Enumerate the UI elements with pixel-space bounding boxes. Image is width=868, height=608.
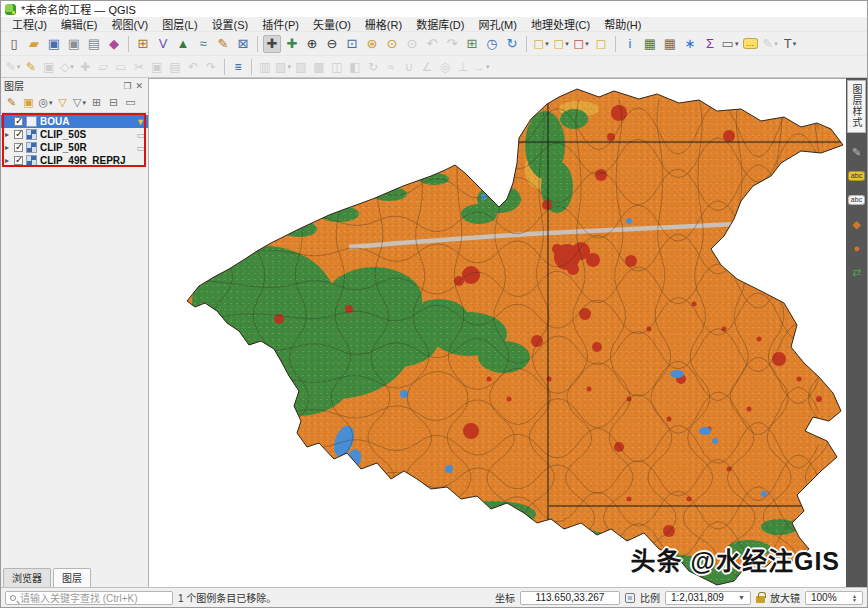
- extents-toggle-icon[interactable]: [625, 593, 635, 603]
- select-by-form-icon[interactable]: ◻▾: [552, 35, 570, 53]
- select-features-icon[interactable]: ◻▾: [532, 35, 550, 53]
- map-tips-icon[interactable]: …: [741, 35, 759, 53]
- save-project-icon[interactable]: ▣: [45, 35, 63, 53]
- expand-all-icon[interactable]: ⊞: [89, 95, 104, 110]
- zoom-to-selection-icon[interactable]: ⊙: [383, 35, 401, 53]
- add-mesh-layer-icon[interactable]: ≈: [194, 35, 212, 53]
- menu-layer[interactable]: 图层(L): [155, 16, 204, 32]
- menu-help[interactable]: 帮助(H): [597, 16, 648, 32]
- field-calculator-icon[interactable]: ▦: [661, 35, 679, 53]
- menu-plugins[interactable]: 插件(P): [255, 16, 306, 32]
- zoom-next-icon[interactable]: ↷: [443, 35, 461, 53]
- menu-view[interactable]: 视图(V): [105, 16, 156, 32]
- layer-item-clip-49r-reprj[interactable]: ▸ CLIP_49R_REPRJ: [1, 154, 148, 167]
- zoom-in-icon[interactable]: ⊕: [303, 35, 321, 53]
- status-badge[interactable]: ▭: [136, 143, 145, 153]
- spinner-arrows-icon[interactable]: ▲▼: [852, 594, 857, 602]
- measure-icon[interactable]: ▭▾: [721, 35, 739, 53]
- deselect-features-icon[interactable]: ◻▾: [572, 35, 590, 53]
- cut-features-icon[interactable]: ✂: [131, 59, 147, 75]
- scale-lock-icon[interactable]: [756, 596, 765, 603]
- save-project-as-icon[interactable]: ▣: [65, 35, 83, 53]
- layer-item-clip-50s[interactable]: ▸ CLIP_50S ▭: [1, 128, 148, 141]
- filter-legend-icon[interactable]: ▽: [55, 95, 70, 110]
- temporal-controller-icon[interactable]: ◷: [483, 35, 501, 53]
- offset-curve-icon[interactable]: ∪: [401, 59, 417, 75]
- panel-close-icon[interactable]: ✕: [133, 81, 145, 91]
- pan-to-selection-icon[interactable]: ✚: [283, 35, 301, 53]
- zoom-to-layer-icon[interactable]: ⊙: [403, 35, 421, 53]
- fill-ring-icon[interactable]: ◎: [437, 59, 453, 75]
- new-print-layout-icon[interactable]: ▤: [85, 35, 103, 53]
- menu-processing[interactable]: 地理处理(C): [524, 16, 597, 32]
- save-layer-edits-icon[interactable]: ▣: [41, 59, 57, 75]
- add-delimited-text-layer-icon[interactable]: ✎: [214, 35, 232, 53]
- zoom-full-icon[interactable]: ⊛: [363, 35, 381, 53]
- visibility-checkbox[interactable]: [14, 130, 23, 139]
- layout-manager-icon[interactable]: ▥: [257, 59, 273, 75]
- new-virtual-layer-icon[interactable]: ▧▾: [275, 59, 291, 75]
- identify-features-icon[interactable]: i: [621, 35, 639, 53]
- menu-edit[interactable]: 编辑(E): [54, 16, 105, 32]
- attribute-table-icon[interactable]: ▦: [641, 35, 659, 53]
- expander-icon[interactable]: ▸: [5, 130, 11, 139]
- status-badge[interactable]: ▭: [136, 130, 145, 140]
- expander-icon[interactable]: ▸: [5, 143, 11, 152]
- collapse-all-icon[interactable]: ⊟: [106, 95, 121, 110]
- locator-search-input[interactable]: 请输入关键字查找 (Ctrl+K): [5, 591, 173, 605]
- panel-float-icon[interactable]: ❐: [121, 81, 133, 91]
- statistics-icon[interactable]: Σ: [701, 35, 719, 53]
- split-features-icon[interactable]: ◧: [347, 59, 363, 75]
- menu-database[interactable]: 数据库(D): [409, 16, 471, 32]
- reshape-icon[interactable]: ∠: [419, 59, 435, 75]
- pan-map-icon[interactable]: ✚: [263, 35, 281, 53]
- menu-vector[interactable]: 矢量(O): [306, 16, 358, 32]
- visibility-checkbox[interactable]: [14, 117, 23, 126]
- add-wms-layer-icon[interactable]: ⊠: [234, 35, 252, 53]
- db-manager-icon[interactable]: ≡: [230, 59, 246, 75]
- current-edits-icon[interactable]: ✎▾: [5, 59, 21, 75]
- layer-item-boua[interactable]: ▸ BOUA ▼: [1, 115, 148, 128]
- move-feature-icon[interactable]: ✚: [77, 59, 93, 75]
- paste-features-icon[interactable]: ▤: [167, 59, 183, 75]
- add-raster-layer-icon[interactable]: ▲: [174, 35, 192, 53]
- toggle-editing-icon[interactable]: ✎: [23, 59, 39, 75]
- new-map-view-icon[interactable]: ⊞: [463, 35, 481, 53]
- delete-selected-icon[interactable]: ▭: [113, 59, 129, 75]
- layer-styling-brush-icon[interactable]: ✎: [848, 143, 866, 161]
- run-feature-action-icon[interactable]: →▾: [473, 59, 490, 75]
- digitize-icon[interactable]: ◇▾: [59, 59, 75, 75]
- tab-layer-styling[interactable]: 图层样式: [847, 80, 866, 133]
- menu-mesh[interactable]: 网孔(M): [471, 16, 524, 32]
- paste-style-icon[interactable]: ▩: [311, 59, 327, 75]
- expander-icon[interactable]: ▸: [5, 156, 11, 165]
- add-group-icon[interactable]: ▣: [21, 95, 36, 110]
- zoom-native-icon[interactable]: ⊡: [343, 35, 361, 53]
- filter-by-expression-icon[interactable]: ▽▾: [72, 95, 87, 110]
- vertex-arrows-icon[interactable]: ⇄: [848, 263, 866, 281]
- view-3d-icon[interactable]: ◆: [848, 215, 866, 233]
- scale-combobox[interactable]: 1:2,031,809▼: [665, 591, 751, 605]
- add-vector-layer-icon[interactable]: V: [154, 35, 172, 53]
- new-annotation-icon[interactable]: ✎▾: [761, 35, 779, 53]
- remove-layer-icon[interactable]: ▭: [123, 95, 138, 110]
- menu-settings[interactable]: 设置(S): [205, 16, 256, 32]
- new-project-icon[interactable]: ▯: [5, 35, 23, 53]
- rotate-feature-icon[interactable]: ↻: [365, 59, 381, 75]
- coordinate-input[interactable]: 113.650,33.267: [520, 591, 620, 605]
- layer-item-clip-50r[interactable]: ▸ CLIP_50R ▭: [1, 141, 148, 154]
- undo-icon[interactable]: ↶: [185, 59, 201, 75]
- zoom-last-icon[interactable]: ↶: [423, 35, 441, 53]
- manage-map-themes-icon[interactable]: ◎▾: [38, 95, 53, 110]
- trim-extend-icon[interactable]: ⊥: [455, 59, 471, 75]
- copy-features-icon[interactable]: ▣: [149, 59, 165, 75]
- magnifier-spinbox[interactable]: 100%▲▼: [805, 591, 863, 605]
- visibility-checkbox[interactable]: [14, 143, 23, 152]
- simplify-feature-icon[interactable]: ≈: [383, 59, 399, 75]
- map-canvas[interactable]: 头条 @水经注GIS: [149, 78, 846, 587]
- select-by-value-icon[interactable]: ◻: [592, 35, 610, 53]
- vertex-tool-icon[interactable]: ▱: [95, 59, 111, 75]
- tab-layers[interactable]: 图层: [53, 568, 91, 587]
- data-source-manager-icon[interactable]: ⊞: [134, 35, 152, 53]
- filter-badge[interactable]: ▼: [136, 117, 145, 127]
